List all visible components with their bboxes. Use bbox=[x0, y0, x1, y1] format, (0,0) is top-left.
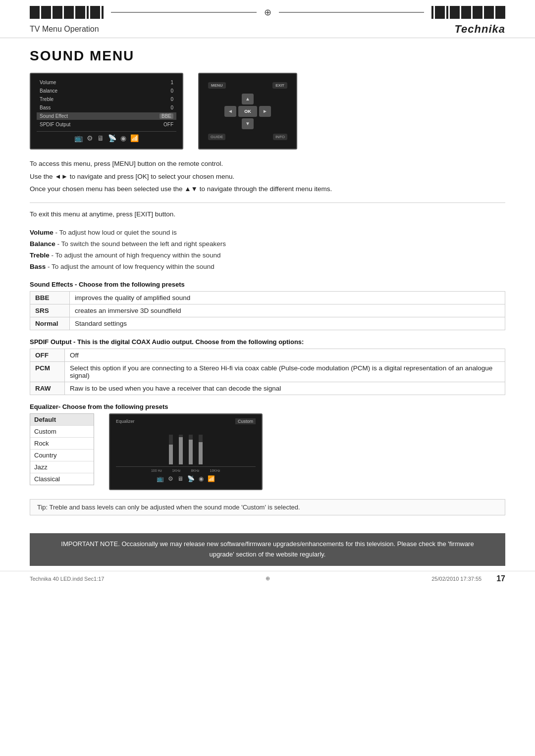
eq-bar-2 bbox=[179, 435, 183, 464]
eq-presets-list: Default Custom Rock Country Jazz Classic… bbox=[30, 413, 94, 485]
divider-1 bbox=[30, 202, 505, 203]
remote-top-buttons: MENU EXIT bbox=[203, 82, 292, 89]
rstripe-2 bbox=[450, 6, 460, 19]
spdif-desc-raw: Raw is to be used when you have a receiv… bbox=[65, 382, 505, 395]
tip-box: Tip: Treble and bass levels can only be … bbox=[30, 499, 505, 515]
spdif-desc-pcm: Select this option if you are connecting… bbox=[65, 362, 505, 382]
brand-name: Technika bbox=[454, 23, 505, 36]
remote-dpad: ▲ ◄ OK ► ▼ bbox=[223, 93, 272, 130]
eq-screen-top: Equalizer Custom bbox=[116, 418, 256, 424]
spdif-name-pcm: PCM bbox=[30, 362, 65, 382]
eq-preset-rock[interactable]: Rock bbox=[30, 438, 94, 450]
sound-effects-name-srs: SRS bbox=[30, 304, 70, 317]
instruction-line3: Once your chosen menu has been selected … bbox=[30, 184, 505, 195]
eq-preset-custom[interactable]: Custom bbox=[30, 426, 94, 438]
equalizer-section: Default Custom Rock Country Jazz Classic… bbox=[30, 413, 505, 490]
footer-right-group: 25/02/2010 17:37:55 17 bbox=[431, 574, 505, 583]
eq-type: Custom bbox=[235, 418, 256, 424]
sound-effects-name-normal: Normal bbox=[30, 317, 70, 330]
spdif-row-pcm: PCM Select this option if you are connec… bbox=[30, 362, 505, 382]
rstripe-thin-1 bbox=[431, 6, 433, 19]
tip-text: Tip: Treble and bass levels can only be … bbox=[37, 504, 300, 511]
eq-freq-100hz: 100 Hz bbox=[149, 469, 164, 472]
eq-label: Equalizer bbox=[116, 419, 135, 424]
footer-page-number: 17 bbox=[496, 574, 505, 583]
eq-preset-default[interactable]: Default bbox=[30, 414, 94, 426]
header-center-icon: ⊕ bbox=[264, 7, 271, 18]
important-note: IMPORTANT NOTE. Occasionally we may rele… bbox=[30, 533, 505, 566]
remote-exit-btn: EXIT bbox=[272, 82, 287, 89]
subtitle-bar: TV Menu Operation Technika bbox=[0, 19, 535, 38]
eq-icon-antenna: 📡 bbox=[187, 475, 195, 482]
footer-center-icon: ⊕ bbox=[266, 575, 270, 582]
stripe-4 bbox=[64, 6, 74, 19]
stripe-3 bbox=[53, 6, 62, 19]
sound-effects-row-bbe: BBE improves the quality of amplified so… bbox=[30, 292, 505, 304]
eq-icon-signal: 📶 bbox=[208, 475, 215, 482]
stripe-6 bbox=[90, 6, 100, 19]
stripe-thin-2 bbox=[102, 6, 104, 19]
desc-treble: Treble - To adjust the amount of high fr… bbox=[30, 250, 505, 261]
remote-info-btn: INFO bbox=[273, 134, 287, 140]
icon-settings: ⚙ bbox=[87, 134, 93, 142]
eq-icon-tv: 📺 bbox=[157, 475, 164, 482]
eq-bar-3 bbox=[189, 435, 193, 464]
eq-bottom-icons: 📺 ⚙ 🖥 📡 ◉ 📶 bbox=[116, 475, 256, 482]
icon-screen: 🖥 bbox=[97, 134, 104, 142]
footer-right: 25/02/2010 17:37:55 bbox=[431, 576, 482, 582]
tv-menu-screenshot: Volume 1 Balance 0 Treble 0 Bass 0 Sound… bbox=[30, 73, 183, 150]
menu-row-sound-effect: Sound Effect BBE bbox=[37, 112, 176, 120]
eq-freq-10khz: 10KHz bbox=[208, 469, 222, 472]
eq-screenshot: Equalizer Custom bbox=[109, 413, 263, 490]
desc-volume: Volume - To adjust how loud or quiet the… bbox=[30, 227, 505, 239]
sound-effects-table: BBE improves the quality of amplified so… bbox=[30, 291, 505, 330]
spdif-desc-off: Off bbox=[65, 349, 505, 362]
instructions-block: To access this menu, press [MENU] button… bbox=[30, 158, 505, 195]
menu-bottom-icons: 📺 ⚙ 🖥 📡 ◉ 📶 bbox=[37, 131, 176, 142]
eq-preset-jazz[interactable]: Jazz bbox=[30, 461, 94, 473]
menu-row-balance: Balance 0 bbox=[37, 87, 176, 95]
sound-effects-desc-srs: creates an immersive 3D soundfield bbox=[70, 304, 505, 317]
header-decoration: ⊕ bbox=[0, 0, 535, 19]
header-stripes-left bbox=[30, 6, 104, 19]
instruction-line2: Use the ◄► to navigate and press [OK] to… bbox=[30, 171, 505, 182]
icon-signal: 📶 bbox=[130, 134, 139, 142]
dpad-left-icon: ◄ bbox=[224, 106, 236, 117]
stripe-1 bbox=[30, 6, 40, 19]
dpad-right-icon: ► bbox=[259, 106, 271, 117]
remote-menu-btn: MENU bbox=[208, 82, 226, 89]
sound-effects-desc-normal: Standard settings bbox=[70, 317, 505, 330]
eq-bar-1 bbox=[169, 435, 173, 464]
menu-row-bass: Bass 0 bbox=[37, 104, 176, 111]
eq-bar-4 bbox=[199, 435, 203, 464]
desc-balance: Balance - To switch the sound between th… bbox=[30, 239, 505, 250]
desc-bass: Bass - To adjust the amount of low frequ… bbox=[30, 261, 505, 273]
menu-row-treble: Treble 0 bbox=[37, 96, 176, 103]
footer-left: Technika 40 LED.indd Sec1:17 bbox=[30, 576, 104, 582]
rstripe-3 bbox=[461, 6, 471, 19]
page-title: Sound Menu bbox=[30, 48, 505, 64]
icon-tv: 📺 bbox=[74, 134, 83, 142]
rstripe-4 bbox=[473, 6, 482, 19]
eq-preset-classical[interactable]: Classical bbox=[30, 473, 94, 485]
dpad-up-icon: ▲ bbox=[242, 94, 254, 104]
sound-effects-name-bbe: BBE bbox=[30, 292, 70, 304]
menu-row-spdif: SPDIF Output OFF bbox=[37, 121, 176, 128]
header-line-left bbox=[111, 12, 257, 13]
eq-freq-labels: 100 Hz 1KHz 8KHz 10KHz bbox=[116, 469, 256, 472]
rstripe-6 bbox=[495, 6, 505, 19]
eq-icon-circle: ◉ bbox=[199, 475, 204, 482]
spdif-table: OFF Off PCM Select this option if you ar… bbox=[30, 349, 505, 395]
instruction-line1: To access this menu, press [MENU] button… bbox=[30, 158, 505, 169]
eq-bars-container bbox=[116, 427, 256, 467]
main-content: Sound Menu Volume 1 Balance 0 Treble 0 B… bbox=[0, 43, 535, 533]
icon-circle: ◉ bbox=[120, 134, 126, 142]
rstripe-1 bbox=[435, 6, 445, 19]
descriptions-section: Volume - To adjust how loud or quiet the… bbox=[30, 227, 505, 273]
spdif-name-raw: RAW bbox=[30, 382, 65, 395]
dpad-down-icon: ▼ bbox=[242, 118, 254, 129]
stripe-5 bbox=[75, 6, 85, 19]
remote-screenshot: MENU EXIT ▲ ◄ OK ► ▼ GUIDE INFO bbox=[198, 73, 297, 150]
spdif-row-off: OFF Off bbox=[30, 349, 505, 362]
eq-preset-country[interactable]: Country bbox=[30, 450, 94, 461]
